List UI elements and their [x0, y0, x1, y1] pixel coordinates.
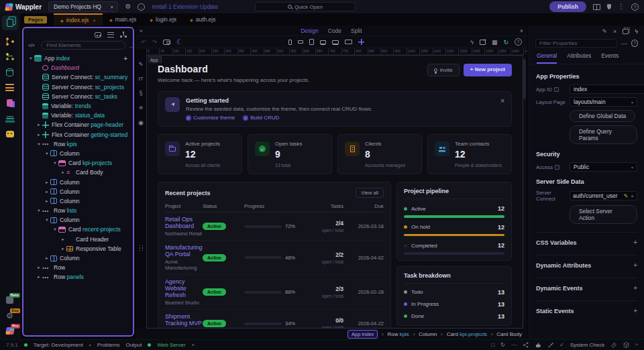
tab-main-ejs[interactable]: ◆ main.ejs	[103, 13, 143, 25]
tree-item-sc-tasks[interactable]: Server Connect: sc_tasks	[25, 92, 131, 101]
tree-item-sc-summary[interactable]: Server Connect: sc_summary	[25, 72, 131, 82]
chevron-down-icon[interactable]: ▾	[52, 227, 58, 232]
tab-index-ejs[interactable]: ◆ index.ejs ×	[54, 13, 103, 25]
kebab-menu-icon[interactable]: ⋮	[618, 3, 625, 10]
chevron-down-icon[interactable]: ▾	[28, 56, 34, 61]
find-elements-input[interactable]	[41, 41, 125, 50]
define-query-params-button[interactable]: Define Query Params	[570, 125, 637, 144]
thumbs-up-icon[interactable]	[535, 342, 541, 348]
problems-button[interactable]: Problems	[97, 342, 120, 348]
chevron-down-icon[interactable]: ▾	[36, 141, 42, 147]
section-dynamic-attributes[interactable]: Dynamic Attributes+	[536, 255, 637, 275]
rail-layers[interactable]	[5, 114, 15, 123]
layout-page-select[interactable]: layouts/main▾	[570, 97, 637, 107]
system-check-label[interactable]: System Check	[570, 342, 605, 348]
chevron-right-icon[interactable]: ▸	[60, 237, 66, 242]
chevron-right-icon[interactable]: ▸	[60, 170, 66, 175]
tree-item-column[interactable]: ▸ Column	[25, 187, 131, 196]
anchor-tool-icon[interactable]: §	[139, 90, 142, 97]
tab-design[interactable]: Design	[301, 27, 318, 34]
rail-settings[interactable]: ⚙ Exp	[5, 311, 15, 320]
settings-gear-icon[interactable]: ⚙	[125, 3, 131, 10]
project-link[interactable]: Retail Ops Dashboard	[165, 216, 203, 229]
tree-item-column[interactable]: ▾ Column	[25, 149, 131, 158]
tree-item-column[interactable]: ▸ Column	[25, 177, 131, 186]
invite-button[interactable]: Invite	[427, 64, 460, 76]
chevron-right-icon[interactable]: ▸	[36, 132, 42, 137]
breadcrumb-item[interactable]: Card kpi-projects	[447, 331, 487, 337]
brush-icon[interactable]	[547, 342, 553, 348]
dark-mode-icon[interactable]: ☾	[176, 38, 182, 46]
project-link[interactable]: Agency Website Refresh	[165, 278, 203, 298]
lightning-icon[interactable]: ϟ	[635, 28, 638, 35]
chevron-down-icon[interactable]: ▾	[44, 151, 50, 156]
code-icon[interactable]: </>	[28, 42, 34, 48]
breadcrumb-app-index[interactable]: App index	[347, 330, 378, 339]
rail-pro[interactable]: Pro	[5, 327, 15, 335]
collapse-icon[interactable]: —	[621, 40, 627, 47]
canvas-scrollbar[interactable]	[523, 56, 526, 327]
stack-icon[interactable]	[623, 29, 629, 34]
package-icon[interactable]	[623, 342, 629, 348]
tree-item-var-trends[interactable]: Variable: trends	[25, 101, 131, 111]
table-row[interactable]: Shipment Tracking MVPOrbit Logistics Act…	[165, 310, 384, 329]
rail-extensions[interactable]: Beta	[5, 296, 15, 304]
detach-icon[interactable]: ×	[613, 28, 616, 35]
tree-item-sc-projects[interactable]: Server Connect: sc_projects	[25, 82, 131, 92]
web-server-button[interactable]: Web Server	[157, 342, 185, 348]
quick-open-search[interactable]: Quick Open	[255, 2, 356, 11]
chevron-right-icon[interactable]: ▸	[44, 198, 50, 204]
tree-item-dashboard[interactable]: Dashboard	[25, 63, 131, 72]
tree-item-card-header[interactable]: ▸ Card Header	[25, 235, 131, 244]
close-tab-icon[interactable]: ×	[93, 17, 96, 23]
tree-item-row-kpis[interactable]: ▾ Row kpis	[25, 139, 131, 149]
refresh-icon[interactable]: ↻	[503, 39, 508, 46]
redo-icon[interactable]: ↷	[152, 39, 158, 46]
customize-theme-link[interactable]: ✓Customize theme	[186, 115, 235, 121]
select-server-action-button[interactable]: Select Server Action	[570, 205, 637, 224]
tab-split[interactable]: Split	[351, 27, 362, 34]
tree-item-var-status-data[interactable]: Variable: status_data	[25, 111, 131, 120]
layout-columns-icon[interactable]	[593, 4, 600, 10]
extension-update-link[interactable]: Install 1 Extension Update	[152, 3, 218, 10]
tab-general[interactable]: General	[537, 52, 557, 64]
rail-database[interactable]	[5, 68, 15, 76]
tree-item-column[interactable]: ▸ Column	[25, 253, 131, 263]
chevron-right-icon[interactable]: ▸	[44, 189, 50, 194]
add-target-icon[interactable]: +	[192, 342, 195, 348]
project-selector[interactable]: Demo Projects HQ ▾	[48, 1, 118, 12]
rail-workflows[interactable]	[5, 52, 15, 61]
undo-icon[interactable]: ↶	[141, 39, 146, 46]
tree-item-flex-getting-started[interactable]: ▸ Flex Container getting-started	[25, 130, 131, 139]
chevron-down-icon[interactable]: ▾	[36, 208, 42, 213]
phone-viewport-icon[interactable]	[288, 40, 292, 45]
move-tool-icon[interactable]	[358, 39, 364, 45]
install-update-icon[interactable]: ↓	[138, 3, 145, 11]
section-css-variables[interactable]: CSS Variables+	[536, 232, 637, 252]
tree-item-row[interactable]: ▸ Row	[25, 263, 131, 272]
rail-server[interactable]	[5, 83, 15, 92]
chevron-down-icon[interactable]: ▾	[44, 217, 50, 223]
structure-map-icon[interactable]	[120, 32, 127, 38]
chevron-right-icon[interactable]: ▸	[36, 265, 42, 270]
app-id-field[interactable]	[570, 84, 644, 94]
tree-item-row-lists[interactable]: ▾ Row lists	[25, 206, 131, 215]
breadcrumb-item[interactable]: Card Body	[496, 331, 522, 337]
breadcrumb-item[interactable]: Row kpis	[387, 331, 409, 337]
edit-icon[interactable]: ✎	[602, 28, 607, 35]
tablet-viewport-icon[interactable]	[309, 39, 314, 45]
rail-ai-bot[interactable]	[5, 129, 15, 138]
screenshot-icon[interactable]	[163, 40, 170, 45]
output-button[interactable]: Output	[125, 342, 142, 348]
tree-item-card-recent-projects[interactable]: ▾ Card recent-projects	[25, 225, 131, 234]
chevron-down-icon[interactable]: ▾	[52, 160, 58, 166]
theme-droplet-icon[interactable]	[607, 4, 611, 9]
ellipsis-icon[interactable]: ⋯	[511, 342, 517, 348]
table-row[interactable]: Agency Website RefreshBluebird Studio Ac…	[165, 275, 384, 310]
filter-properties-input[interactable]	[535, 39, 617, 48]
breadcrumb-item[interactable]: Column	[419, 331, 437, 337]
build-crud-link[interactable]: ✓Build CRUD	[243, 115, 279, 121]
chevron-up-icon[interactable]: ^	[635, 342, 638, 348]
help-icon[interactable]: ?	[515, 38, 522, 46]
share-nodes-icon[interactable]	[523, 342, 529, 348]
